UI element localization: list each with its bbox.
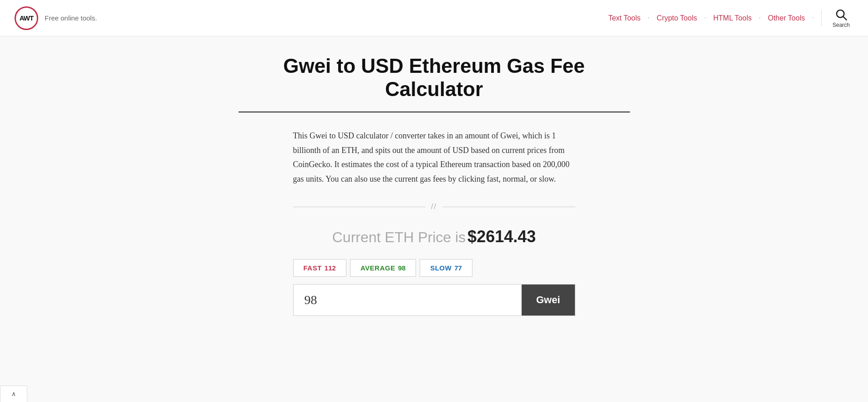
slow-value: 77 — [454, 264, 462, 272]
gas-average-button[interactable]: AVERAGE 98 — [350, 259, 416, 277]
nav-text-tools[interactable]: Text Tools — [604, 11, 645, 25]
nav-crypto-tools[interactable]: Crypto Tools — [652, 11, 702, 25]
nav-dot-4: · — [812, 15, 814, 22]
nav-dot-1: · — [648, 15, 650, 22]
logo-icon: AWT — [15, 6, 38, 30]
gwei-input[interactable] — [294, 285, 522, 315]
search-icon — [835, 8, 848, 21]
section-divider: // — [293, 203, 575, 211]
nav-divider — [821, 10, 822, 26]
gas-buttons-row: FAST 112 AVERAGE 98 SLOW 77 — [293, 259, 575, 277]
nav-dot-2: · — [704, 15, 706, 22]
gwei-unit-label: Gwei — [522, 285, 575, 315]
logo-tagline: Free online tools. — [45, 14, 97, 22]
fast-label: FAST — [304, 264, 322, 272]
logo-link[interactable]: AWT Free online tools. — [15, 6, 97, 30]
svg-line-1 — [843, 16, 847, 20]
nav-other-tools[interactable]: Other Tools — [763, 11, 810, 25]
main-nav: Text Tools · Crypto Tools · HTML Tools ·… — [604, 6, 853, 30]
chevron-up-icon: ∧ — [11, 390, 16, 398]
scroll-to-top-button[interactable]: ∧ — [0, 386, 27, 402]
eth-price-value: $2614.43 — [467, 227, 536, 246]
divider-line-left — [293, 207, 426, 207]
search-button[interactable]: Search — [829, 6, 853, 30]
gwei-input-row: Gwei — [293, 284, 575, 316]
eth-price-section: Current ETH Price is $2614.43 — [239, 227, 630, 246]
description-text: This Gwei to USD calculator / converter … — [293, 129, 575, 186]
divider-symbol: // — [431, 203, 437, 211]
fast-value: 112 — [325, 264, 336, 272]
title-divider — [239, 112, 630, 112]
page-title: Gwei to USD Ethereum Gas Fee Calculator — [239, 55, 630, 101]
search-label: Search — [832, 22, 850, 28]
gas-fast-button[interactable]: FAST 112 — [293, 259, 346, 277]
slow-label: SLOW — [430, 264, 452, 272]
logo-text: AWT — [20, 14, 33, 22]
average-value: 98 — [398, 264, 406, 272]
nav-dot-3: · — [759, 15, 761, 22]
eth-price-prefix: Current ETH Price is — [332, 229, 466, 245]
nav-html-tools[interactable]: HTML Tools — [709, 11, 756, 25]
gas-slow-button[interactable]: SLOW 77 — [420, 259, 472, 277]
divider-line-right — [442, 207, 575, 207]
average-label: AVERAGE — [360, 264, 396, 272]
